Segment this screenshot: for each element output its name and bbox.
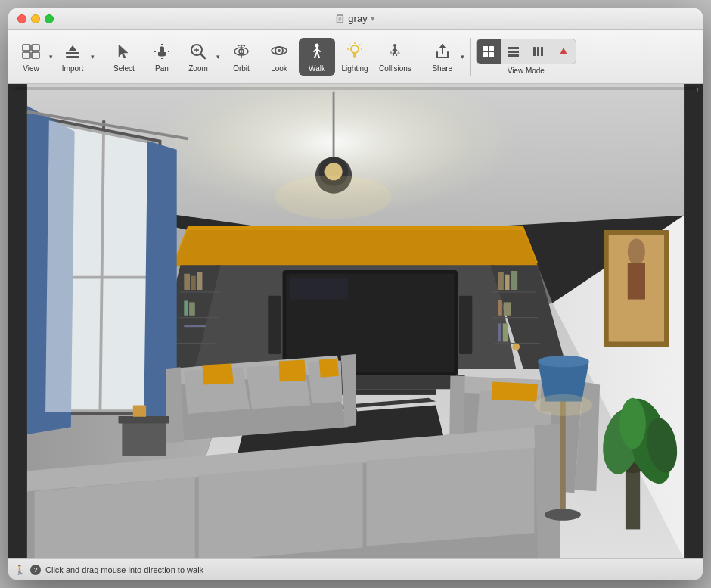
svg-point-151: [538, 356, 589, 367]
svg-point-33: [393, 44, 396, 47]
select-label: Select: [113, 64, 135, 73]
walk-button[interactable]: Walk: [299, 38, 335, 76]
import-icon: [62, 41, 83, 62]
import-button-group[interactable]: Import ▾: [56, 38, 96, 76]
svg-point-152: [534, 394, 592, 416]
sep-2: [421, 38, 421, 76]
look-icon: [269, 41, 290, 62]
walk-hint-icon: 🚶: [14, 565, 26, 575]
collisions-icon: [384, 41, 405, 62]
svg-line-29: [349, 44, 351, 45]
svg-rect-44: [508, 47, 519, 49]
lighting-label: Lighting: [341, 64, 368, 73]
svg-point-81: [512, 343, 520, 350]
svg-rect-48: [537, 47, 539, 56]
svg-line-13: [200, 54, 205, 58]
view-mode-section: View Mode: [476, 39, 576, 75]
view-icon: [20, 41, 42, 62]
maximize-button[interactable]: [45, 14, 54, 23]
lighting-button[interactable]: Lighting: [337, 38, 373, 76]
orbit-label: Orbit: [233, 64, 250, 73]
svg-rect-65: [191, 276, 196, 290]
svg-rect-42: [483, 52, 488, 57]
toolbar: View ▾ Import ▾: [8, 30, 703, 84]
svg-rect-76: [511, 271, 517, 290]
svg-rect-79: [498, 323, 501, 341]
close-button[interactable]: [17, 14, 26, 23]
svg-rect-67: [184, 300, 188, 315]
title-text: gray: [348, 13, 367, 24]
svg-rect-45: [508, 51, 519, 53]
svg-marker-39: [439, 44, 446, 48]
svg-line-38: [395, 51, 397, 56]
view-button-group[interactable]: View ▾: [14, 38, 54, 76]
svg-rect-132: [119, 416, 170, 424]
svg-point-102: [275, 176, 392, 219]
svg-marker-130: [319, 359, 339, 378]
view-button[interactable]: View: [14, 38, 48, 76]
walk-icon: [306, 41, 328, 62]
svg-marker-139: [491, 382, 538, 402]
import-arrow-btn[interactable]: ▾: [89, 50, 96, 64]
sep-1: [101, 38, 101, 76]
svg-rect-80: [503, 323, 508, 341]
import-button[interactable]: Import: [56, 38, 89, 76]
view-mode-list2-btn[interactable]: [526, 39, 551, 64]
view-mode-label: View Mode: [508, 67, 545, 75]
collisions-button[interactable]: Collisions: [374, 38, 416, 76]
collisions-label: Collisions: [379, 64, 411, 73]
share-button[interactable]: Share: [426, 38, 459, 76]
minimize-button[interactable]: [31, 14, 40, 23]
svg-marker-95: [45, 120, 159, 412]
select-icon: [113, 41, 135, 62]
share-icon: [432, 41, 453, 62]
svg-rect-8: [66, 52, 79, 54]
look-button[interactable]: Look: [261, 38, 297, 76]
view-arrow-btn[interactable]: ▾: [48, 50, 54, 64]
svg-point-149: [545, 509, 581, 520]
traffic-lights: [17, 14, 54, 23]
svg-rect-85: [268, 296, 281, 354]
svg-rect-6: [23, 52, 30, 58]
pan-button[interactable]: Pan: [144, 38, 180, 76]
title-arrow[interactable]: ▾: [371, 14, 375, 23]
walk-label: Walk: [309, 64, 325, 73]
svg-marker-58: [173, 230, 538, 266]
svg-rect-78: [504, 302, 511, 315]
view-mode-buttons: [476, 39, 576, 64]
orbit-icon: [231, 41, 252, 62]
view-mode-list1-btn[interactable]: [501, 39, 526, 64]
svg-rect-64: [184, 274, 190, 290]
zoom-button-group[interactable]: Zoom ▾: [182, 38, 222, 76]
look-label: Look: [271, 64, 287, 73]
svg-point-27: [351, 45, 359, 53]
scene-viewport[interactable]: i: [8, 84, 703, 558]
titlebar: gray ▾: [8, 8, 703, 30]
room-scene: [8, 84, 703, 558]
svg-rect-68: [189, 302, 195, 315]
svg-point-19: [278, 49, 281, 52]
zoom-button[interactable]: Zoom: [182, 38, 215, 76]
svg-marker-146: [199, 462, 363, 558]
select-button[interactable]: Select: [106, 38, 142, 76]
svg-rect-133: [133, 405, 146, 416]
file-icon: [336, 14, 345, 23]
view-mode-paint-btn[interactable]: [551, 39, 576, 64]
svg-marker-144: [534, 424, 560, 558]
orbit-button[interactable]: Orbit: [223, 38, 259, 76]
share-arrow-btn[interactable]: ▾: [459, 50, 466, 64]
svg-rect-66: [197, 272, 203, 290]
svg-rect-5: [32, 45, 39, 51]
svg-rect-106: [628, 263, 645, 299]
view-mode-grid-btn[interactable]: [477, 39, 501, 64]
svg-line-30: [359, 44, 361, 45]
pan-label: Pan: [155, 64, 169, 73]
share-button-group[interactable]: Share ▾: [426, 38, 466, 76]
zoom-label: Zoom: [188, 64, 208, 73]
statusbar: 🚶 ? Click and drag mouse into direction …: [8, 558, 703, 580]
window-title: gray ▾: [336, 13, 374, 24]
sep-3: [470, 38, 471, 76]
svg-marker-147: [366, 447, 534, 546]
status-message: Click and drag mouse into direction to w…: [45, 565, 203, 574]
zoom-arrow-btn[interactable]: ▾: [215, 50, 222, 64]
